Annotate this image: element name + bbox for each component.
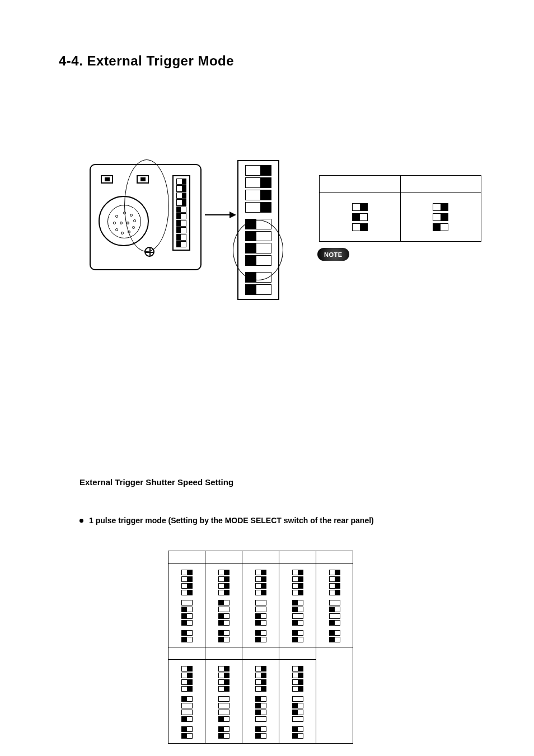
- dip-switch-icon: [255, 696, 266, 702]
- dip-switch-icon: [255, 726, 266, 732]
- dip-column: [292, 570, 303, 642]
- dip-switch-icon: [329, 590, 340, 595]
- table-cell: [316, 660, 353, 744]
- dip-switch-icon: [181, 630, 193, 636]
- dip-switch-icon: [181, 710, 193, 715]
- dip-switch-icon: [329, 570, 340, 575]
- dip-switch-icon: [181, 600, 193, 605]
- dip-switch-icon: [329, 613, 340, 619]
- dip-switch-icon: [181, 686, 193, 692]
- dip-switch-icon: [255, 570, 266, 575]
- table-cell: [205, 564, 242, 647]
- shutter-speed-table: [168, 551, 353, 744]
- dip-switch-icon: [218, 673, 229, 678]
- dip-switch-icon: [292, 620, 303, 626]
- dip-switch-icon: [181, 703, 193, 708]
- dip-switch-icon: [255, 600, 266, 605]
- table-cell: [400, 192, 481, 242]
- dip-switch-icon: [245, 165, 271, 176]
- dip-switch-icon: [181, 620, 193, 626]
- dip-switch-icon: [292, 716, 303, 722]
- dip-switch-icon: [255, 716, 266, 722]
- dip-column: [218, 570, 229, 642]
- mode-select-table: [319, 175, 481, 242]
- dip-switch-icon: [218, 613, 229, 619]
- dip-switch-icon: [218, 666, 229, 672]
- dip-switch-icon: [218, 726, 229, 732]
- callout-oval-icon: [124, 159, 169, 252]
- table-header: [316, 551, 353, 564]
- dip-switch-icon: [292, 696, 303, 702]
- dip-switch-icon: [218, 590, 229, 595]
- dip-switch-icon: [218, 570, 229, 575]
- dip-switch-icon: [433, 213, 448, 221]
- diagram-row: NOTE: [59, 164, 478, 309]
- dip-switch-icon: [245, 284, 271, 295]
- dip-switch-icon: [292, 726, 303, 732]
- dip-switch-icon: [218, 716, 229, 722]
- table-header: [242, 551, 279, 564]
- dip-switch-icon: [181, 590, 193, 595]
- dip-switch-icon: [329, 607, 340, 612]
- dip-switch-icon: [181, 583, 193, 589]
- dip-switch-icon: [176, 199, 186, 205]
- dip-switch-icon: [181, 726, 193, 732]
- dip-switch-icon: [218, 630, 229, 636]
- bullet-dot-icon: [79, 519, 83, 523]
- dip-switch-icon: [218, 576, 229, 582]
- dip-switch-icon: [255, 620, 266, 626]
- dip-switch-icon: [245, 177, 271, 188]
- dip-switch-icon: [292, 733, 303, 739]
- table-cell: [279, 660, 316, 744]
- table-header: [168, 647, 205, 660]
- dip-switch-icon: [292, 673, 303, 678]
- table-cell: [320, 192, 401, 242]
- dip-switch-icon: [176, 213, 186, 219]
- dip-switch-icon: [292, 600, 303, 605]
- table-header: [279, 647, 316, 660]
- dip-switch-icon: [352, 203, 368, 211]
- table-header: [400, 176, 481, 192]
- dip-switch-icon: [255, 673, 266, 678]
- dip-switch-icon: [255, 607, 266, 612]
- dip-switch-icon: [218, 637, 229, 642]
- dip-switch-icon: [255, 703, 266, 708]
- dip-switch-icon: [218, 710, 229, 715]
- dip-column: [329, 570, 340, 642]
- dip-switch-icon: [176, 234, 186, 240]
- table-cell: [205, 660, 242, 744]
- dip-switch-icon: [255, 666, 266, 672]
- table-header: [242, 647, 279, 660]
- dip-switch-icon: [292, 679, 303, 685]
- dip-switch-icon: [176, 241, 186, 247]
- dip-switch-icon: [329, 630, 340, 636]
- dip-switch-icon: [181, 637, 193, 642]
- note-row: NOTE: [317, 248, 349, 261]
- dip-switch-icon: [352, 223, 368, 231]
- dip-switch-icon: [181, 613, 193, 619]
- dip-switch-icon: [255, 733, 266, 739]
- dip-switch-icon: [181, 679, 193, 685]
- dip-switch-icon: [292, 583, 303, 589]
- section-heading: 4-4. External Trigger Mode: [59, 53, 478, 69]
- dip-switch-icon: [292, 637, 303, 642]
- dip-column: [255, 666, 266, 739]
- device-dip-switch: [172, 175, 190, 251]
- dip-switch-icon: [292, 666, 303, 672]
- callout-oval-icon: [233, 220, 283, 280]
- dip-switch-icon: [176, 206, 186, 213]
- dip-switch-icon: [181, 716, 193, 722]
- dip-switch-icon: [218, 583, 229, 589]
- dip-switch-icon: [255, 637, 266, 642]
- dip-switch-icon: [433, 203, 448, 211]
- dip-switch-icon: [255, 686, 266, 692]
- dip-column: [218, 666, 229, 739]
- dip-switch-icon: [245, 190, 271, 200]
- dip-switch-icon: [292, 576, 303, 582]
- dip-switch-icon: [218, 620, 229, 626]
- table-header: [205, 647, 242, 660]
- table-header: [316, 647, 353, 660]
- dip-switch-icon: [176, 227, 186, 233]
- dip-switch-icon: [218, 679, 229, 685]
- dip-switch-icon: [218, 600, 229, 605]
